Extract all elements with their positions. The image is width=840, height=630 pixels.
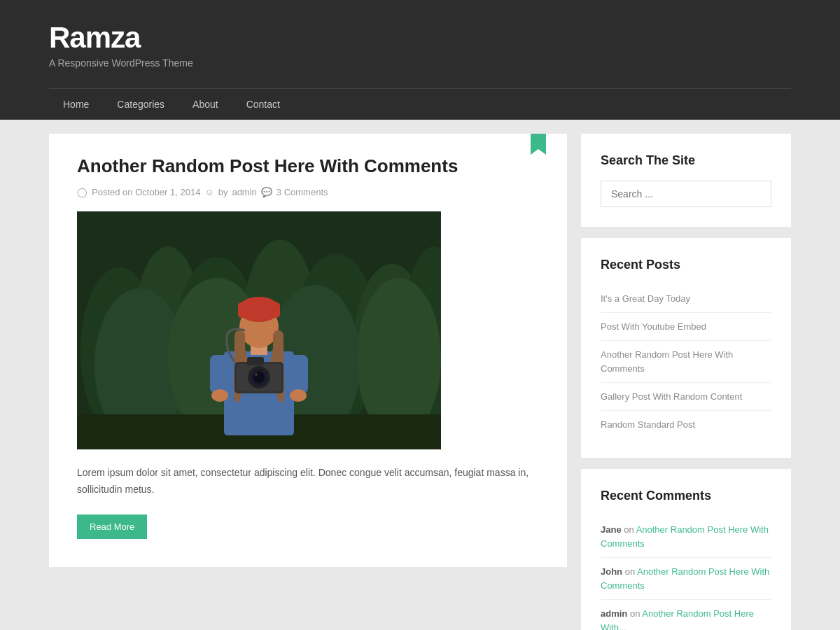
post-excerpt: Lorem ipsum dolor sit amet, consectetur …	[77, 465, 539, 498]
list-item: Post With Youtube Embed	[601, 313, 771, 341]
list-item: Jane on Another Random Post Here With Co…	[601, 516, 771, 558]
comment-on-3: on	[630, 608, 642, 619]
nav-item-home[interactable]: Home	[49, 89, 103, 120]
content-area: Another Random Post Here With Comments ◯…	[49, 134, 567, 630]
post-date: Posted on October 1, 2014	[92, 187, 200, 197]
recent-comments-widget: Recent Comments Jane on Another Random P…	[581, 469, 791, 630]
svg-rect-22	[288, 355, 308, 393]
author-icon: ☺	[204, 187, 214, 197]
read-more-button[interactable]: Read More	[77, 514, 147, 539]
post-author[interactable]: admin	[232, 187, 256, 197]
svg-point-23	[211, 389, 228, 402]
recent-posts-list: It's a Great Day Today Post With Youtube…	[601, 285, 771, 438]
post-comments[interactable]: 3 Comments	[276, 187, 328, 197]
recent-post-link-5[interactable]: Random Standard Post	[601, 419, 695, 430]
post-featured-image	[77, 211, 441, 449]
site-header: Ramza A Responsive WordPress Theme Home …	[0, 0, 840, 120]
recent-posts-title: Recent Posts	[601, 258, 771, 272]
recent-post-link-3[interactable]: Another Random Post Here With Comments	[601, 349, 733, 373]
comment-on-1: on	[624, 524, 636, 535]
svg-rect-21	[210, 355, 230, 393]
search-widget: Search The Site	[581, 134, 791, 227]
svg-point-24	[290, 389, 307, 402]
main-wrapper: Another Random Post Here With Comments ◯…	[35, 120, 805, 630]
commenter-name-2: John	[601, 566, 622, 577]
svg-rect-18	[238, 302, 280, 318]
site-tagline: A Responsive WordPress Theme	[49, 57, 791, 69]
recent-comments-list: Jane on Another Random Post Here With Co…	[601, 516, 771, 630]
nav-link-about[interactable]: About	[178, 89, 232, 120]
svg-rect-31	[247, 357, 264, 365]
list-item: John on Another Random Post Here With Co…	[601, 558, 771, 600]
recent-comments-title: Recent Comments	[601, 489, 771, 503]
nav-item-about[interactable]: About	[178, 89, 232, 120]
comment-icon: 💬	[261, 187, 272, 197]
list-item: It's a Great Day Today	[601, 285, 771, 313]
recent-posts-widget: Recent Posts It's a Great Day Today Post…	[581, 238, 791, 458]
search-input[interactable]	[601, 181, 771, 207]
post-meta: ◯ Posted on October 1, 2014 ☺ by admin 💬…	[77, 187, 539, 197]
recent-post-link-1[interactable]: It's a Great Day Today	[601, 293, 690, 304]
comment-on-2: on	[625, 566, 637, 577]
nav-item-categories[interactable]: Categories	[103, 89, 178, 120]
list-item: Random Standard Post	[601, 411, 771, 438]
nav-list: Home Categories About Contact	[49, 89, 791, 120]
commenter-name-3: admin	[601, 608, 627, 619]
recent-post-link-4[interactable]: Gallery Post With Random Content	[601, 391, 742, 402]
site-title: Ramza	[49, 21, 791, 55]
commenter-name-1: Jane	[601, 524, 622, 535]
list-item: Gallery Post With Random Content	[601, 383, 771, 411]
clock-icon: ◯	[77, 187, 88, 197]
svg-marker-0	[531, 134, 546, 155]
search-widget-title: Search The Site	[601, 153, 771, 168]
post-title: Another Random Post Here With Comments	[77, 155, 539, 178]
list-item: admin on Another Random Post Here With..…	[601, 600, 771, 630]
sidebar: Search The Site Recent Posts It's a Grea…	[581, 134, 791, 630]
recent-post-link-2[interactable]: Post With Youtube Embed	[601, 321, 706, 332]
svg-point-29	[253, 372, 265, 383]
bookmark-icon	[531, 134, 546, 155]
main-nav: Home Categories About Contact	[49, 88, 791, 120]
nav-link-contact[interactable]: Contact	[232, 89, 294, 120]
nav-link-categories[interactable]: Categories	[103, 89, 178, 120]
post-by: by	[218, 187, 228, 197]
nav-item-contact[interactable]: Contact	[232, 89, 294, 120]
svg-point-30	[255, 373, 258, 376]
list-item: Another Random Post Here With Comments	[601, 341, 771, 382]
post-card: Another Random Post Here With Comments ◯…	[49, 134, 567, 567]
nav-link-home[interactable]: Home	[49, 89, 103, 120]
